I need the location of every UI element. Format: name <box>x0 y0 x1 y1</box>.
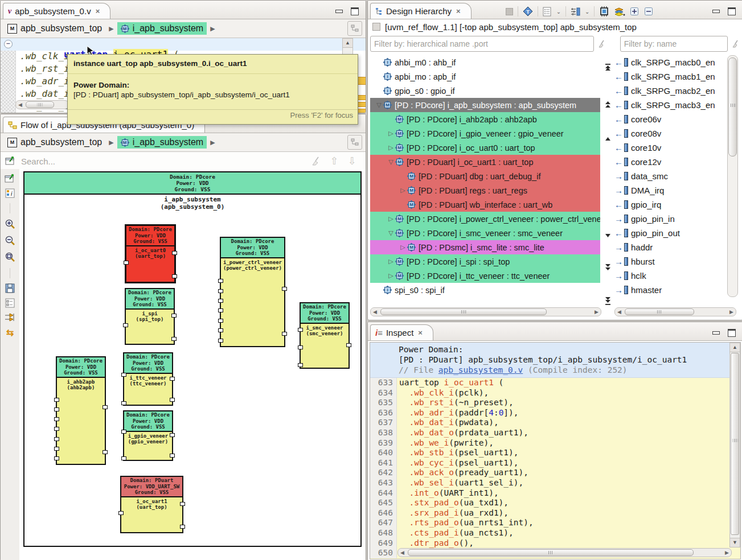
signal-list-item[interactable]: →haddr <box>614 240 724 254</box>
signal-list-item[interactable]: ←core08v <box>614 126 724 141</box>
hierarchy-filter-input[interactable]: Filter by: hierarchical name .port <box>370 36 594 52</box>
tree-item-apb_subsystem[interactable]: ▽M[PD : PDcore] i_apb_subsystem : apb_su… <box>370 98 600 112</box>
diagram-block-i_oc_uart1[interactable]: Domain: PDuartPower: VDD_UART_SWGround: … <box>120 476 183 533</box>
scroll-right-icon[interactable]: ▶ <box>592 309 601 315</box>
goto-top-icon[interactable] <box>604 63 612 72</box>
options-icon[interactable] <box>5 298 15 308</box>
diagram-block-i_ttc_veneer[interactable]: Domain: PDcorePower: VDDGround: VSSi_ttc… <box>123 352 173 406</box>
maximize-icon[interactable] <box>351 7 359 15</box>
tree-item-uart_debug_if[interactable]: M[PD : PDuart] dbg : uart_debug_if <box>370 169 600 183</box>
broom-icon[interactable] <box>597 39 606 48</box>
broom-icon[interactable] <box>311 156 321 166</box>
scroll-right-icon[interactable]: ▶ <box>727 309 736 315</box>
stop-icon[interactable] <box>506 8 513 15</box>
signal-list-item[interactable]: →data_smc <box>614 169 724 183</box>
signal-list-item[interactable]: →hburst <box>614 254 724 269</box>
signal-list-item[interactable]: ←clk_SRPG_macb0_en <box>614 55 724 69</box>
tree-item-smc_veneer[interactable]: ▽M[PD : PDcore] i_smc_veneer : smc_venee… <box>370 226 600 240</box>
file-link[interactable]: apb_subsystem_0.v <box>438 365 523 374</box>
hierarchy-view-button[interactable] <box>347 21 362 36</box>
tree-item-gpio_veneer[interactable]: ▷M[PD : PDcore] i_gpio_veneer : gpio_ven… <box>370 126 600 141</box>
minimize-icon[interactable] <box>712 331 720 335</box>
tree-item-apb_if[interactable]: iapbi_mo : apb_if <box>370 69 600 84</box>
chevron-right-icon[interactable]: ▶ <box>109 139 113 146</box>
editor-horizontal-scrollbar[interactable]: ◀ <box>15 100 69 109</box>
signal-list-item[interactable]: ←clk_SRPG_macb2_en <box>614 84 724 98</box>
chevron-right-icon[interactable]: ▶ <box>109 25 113 32</box>
diagram-block-i_ahb2apb[interactable]: Domain: PDcorePower: VDDGround: VSSi_ahb… <box>56 356 106 465</box>
signal-list-item[interactable]: →hclk <box>614 269 724 283</box>
tree-item-gpio_if[interactable]: igpio_s0 : gpio_if <box>370 84 600 98</box>
hierarchy-view-button[interactable] <box>347 135 362 150</box>
up-icon[interactable] <box>604 135 612 143</box>
scroll-up-icon[interactable]: ▲ <box>730 343 740 352</box>
tree-expander-icon[interactable]: ▷ <box>387 258 395 265</box>
pin-window-icon[interactable] <box>5 174 15 183</box>
maximize-icon[interactable] <box>728 329 736 337</box>
ruler-annotation-mark[interactable] <box>358 109 366 113</box>
scroll-left-icon[interactable]: ◀ <box>615 309 624 315</box>
close-icon[interactable]: × <box>418 328 423 337</box>
tab-apb-subsystem-0-v[interactable]: v apb_subsystem_0.v × <box>3 3 110 19</box>
tree-item-uart_wb[interactable]: M[PD : PDuart] wb_interface : uart_wb <box>370 197 600 212</box>
chevron-down-icon[interactable]: ⌄ <box>556 9 561 15</box>
module-chip-icon[interactable]: T <box>523 6 533 17</box>
inspect-vertical-scrollbar[interactable]: ▲ ▼ <box>729 343 740 547</box>
page-up-icon[interactable] <box>604 101 612 109</box>
signal-filter-input[interactable]: Filter by: name <box>620 36 728 52</box>
tree-horizontal-scrollbar[interactable]: ◀ ▶ <box>370 307 601 316</box>
close-icon[interactable]: × <box>96 7 100 15</box>
collapse-all-icon[interactable] <box>644 7 654 16</box>
tab-inspect[interactable]: i≡ Inspect × <box>370 324 433 340</box>
signal-list-item[interactable]: ←core10v <box>614 141 724 155</box>
fold-collapse-icon[interactable]: − <box>4 40 13 48</box>
scroll-left-icon[interactable]: ◀ <box>398 550 407 555</box>
layers-icon[interactable] <box>614 7 625 16</box>
tree-expander-icon[interactable]: ▽ <box>375 101 383 109</box>
chevron-right-icon[interactable]: ▶ <box>210 139 215 146</box>
ruler-annotation-mark[interactable] <box>358 102 366 107</box>
scroll-right-icon[interactable]: ▶ <box>723 550 731 555</box>
tree-item-ahb2apb[interactable]: M[PD : PDcore] i_ahb2apb : ahb2apb <box>370 112 600 126</box>
signal-list-item[interactable]: ←clk_SRPG_macb3_en <box>614 98 724 112</box>
maximize-icon[interactable] <box>728 7 736 15</box>
zoom-in-icon[interactable] <box>5 219 16 230</box>
signal-horizontal-scrollbar[interactable]: ◀ ▶ <box>614 307 736 316</box>
save-icon[interactable] <box>5 283 15 293</box>
diagram-block-i_spi[interactable]: Domain: PDcorePower: VDDGround: VSSi_spi… <box>125 288 175 345</box>
breadcrumb-item-top[interactable]: M apb_subsystem_top <box>4 22 105 35</box>
list-filter-icon[interactable] <box>543 7 552 17</box>
new-window-pin-icon[interactable] <box>5 157 15 166</box>
tree-item-ahb_if[interactable]: iahbi_m0 : ahb_if <box>370 55 600 69</box>
minimize-icon[interactable] <box>712 10 720 13</box>
close-icon[interactable]: × <box>456 7 461 15</box>
next-arrow-icon[interactable]: ⇩ <box>348 155 356 167</box>
tree-item-ttc_veneer[interactable]: ▷M[PD : PDcore] i_ttc_veneer : ttc_venee… <box>370 269 600 283</box>
signal-list-item[interactable]: ←gpio_irq <box>614 197 724 212</box>
breadcrumb-item-top[interactable]: M apb_subsystem_top <box>4 136 105 149</box>
zoom-out-icon[interactable] <box>5 235 16 246</box>
signal-list-item[interactable]: →hmaster <box>614 283 724 297</box>
tree-item-smc_lite[interactable]: ▷M[PD : PDsmc] i_smc_lite : smc_lite <box>370 240 600 254</box>
ruler-annotation-mark[interactable] <box>358 77 366 85</box>
tree-expander-icon[interactable]: ▷ <box>399 187 407 194</box>
signal-list-scrollbar[interactable] <box>727 55 738 297</box>
down-icon[interactable] <box>604 232 612 240</box>
ruler-annotation-mark[interactable] <box>358 95 366 100</box>
signal-list-item[interactable]: →DMA_irq <box>614 183 724 197</box>
tree-item-power_ctrl_veneer[interactable]: ▷M[PD : PDcore] i_power_ctrl_veneer : po… <box>370 212 600 226</box>
page-down-icon[interactable] <box>604 263 612 272</box>
power-domain-diagram[interactable]: Domain: PDcore Power: VDD Ground: VSS i_… <box>19 169 366 560</box>
breadcrumb-item-subsystem[interactable]: M i_apb_subsystem <box>117 22 207 35</box>
tree-item-spi_if[interactable]: ispi_s0 : spi_if <box>370 283 600 297</box>
trace-signals-icon[interactable] <box>5 313 15 322</box>
hierarchy-tree[interactable]: iahbi_m0 : ahb_ifiapbi_mo : apb_ifigpio_… <box>370 55 600 297</box>
chevron-right-icon[interactable]: ▶ <box>210 25 215 32</box>
signal-list-item[interactable]: ←clk_SRPG_macb1_en <box>614 69 724 84</box>
minimize-icon[interactable] <box>335 10 343 13</box>
info-blocks-icon[interactable]: i <box>5 188 15 198</box>
diagram-block-i_smc_veneer[interactable]: Domain: PDcorePower: VDDGround: VSSi_smc… <box>300 302 350 369</box>
breadcrumb-item-subsystem[interactable]: M i_apb_subsystem <box>117 136 207 149</box>
tree-expander-icon[interactable]: ▽ <box>387 229 395 237</box>
tree-expander-icon[interactable]: ▽ <box>387 158 395 166</box>
